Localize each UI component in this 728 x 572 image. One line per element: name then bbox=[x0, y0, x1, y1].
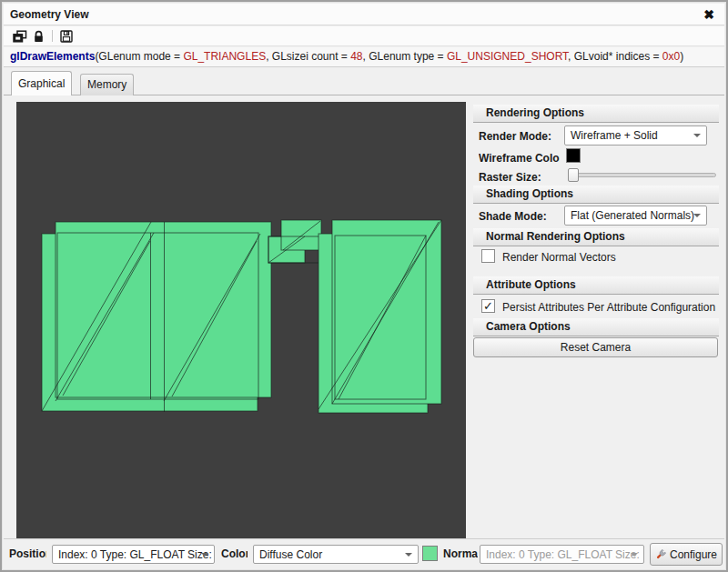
gl-function-name: glDrawElements bbox=[10, 50, 95, 63]
attribute-options-header: Attribute Options bbox=[473, 276, 719, 295]
chevron-down-icon bbox=[693, 214, 701, 217]
tab-bar: Graphical Memory bbox=[4, 68, 724, 95]
cascade-windows-icon bbox=[13, 30, 27, 43]
attribute-bar: Position Index: 0 Type: GL_FLOAT Size: C… bbox=[4, 538, 724, 568]
gl-call-value: 48 bbox=[350, 50, 362, 63]
gl-call-text: (GLenum mode = bbox=[95, 50, 183, 63]
normal-attribute-label: Normal bbox=[443, 547, 478, 560]
gl-call-value: GL_TRIANGLES bbox=[183, 50, 266, 63]
gl-call-value: 0x0 bbox=[662, 50, 680, 63]
gl-call-line: glDrawElements(GLenum mode = GL_TRIANGLE… bbox=[4, 47, 724, 67]
configure-button-label: Configure bbox=[670, 548, 717, 561]
gl-call-text: ) bbox=[680, 50, 683, 63]
title-bar: Geometry View ✖ bbox=[4, 4, 724, 25]
color-attribute-label: Color bbox=[221, 547, 248, 560]
gl-call-text: , GLenum type = bbox=[363, 50, 447, 63]
render-mode-label: Render Mode: bbox=[479, 130, 551, 143]
raster-size-slider[interactable] bbox=[568, 173, 716, 177]
raster-size-label: Raster Size: bbox=[479, 171, 541, 184]
toolbar-separator bbox=[52, 30, 53, 42]
tab-memory[interactable]: Memory bbox=[80, 74, 134, 95]
gl-call-text: , GLsizei count = bbox=[266, 50, 350, 63]
detach-window-button[interactable] bbox=[11, 28, 29, 45]
render-mode-value: Wireframe + Solid bbox=[571, 129, 658, 142]
checkmark-icon: ✓ bbox=[483, 299, 493, 313]
reset-camera-button[interactable]: Reset Camera bbox=[473, 337, 718, 357]
toolbar bbox=[4, 26, 724, 46]
wireframe-color-label: Wireframe Color: bbox=[479, 152, 560, 165]
options-panel: Rendering Options Render Mode: Wireframe… bbox=[473, 102, 719, 538]
geometry-left-slab bbox=[42, 222, 271, 412]
geometry-view-window: Geometry View ✖ bbox=[0, 0, 728, 572]
normal-rendering-options-header: Normal Rendering Options bbox=[473, 228, 719, 246]
render-mode-select[interactable]: Wireframe + Solid bbox=[564, 125, 707, 146]
geometry-small-slab bbox=[268, 220, 322, 263]
shade-mode-label: Shade Mode: bbox=[479, 210, 547, 223]
chevron-down-icon bbox=[693, 134, 701, 137]
normal-attribute-value: Index: 0 Type: GL_FLOAT Size: bbox=[486, 548, 640, 561]
color-attribute-value: Diffuse Color bbox=[259, 548, 322, 561]
chevron-down-icon bbox=[201, 553, 208, 557]
chevron-down-icon bbox=[631, 553, 638, 557]
lock-button[interactable] bbox=[29, 28, 47, 45]
save-button[interactable] bbox=[57, 28, 76, 45]
wireframe-color-swatch[interactable] bbox=[566, 148, 581, 163]
shade-mode-value: Flat (Generated Normals) bbox=[571, 209, 694, 222]
color-attribute-select[interactable]: Diffuse Color bbox=[253, 545, 419, 564]
close-button[interactable]: ✖ bbox=[700, 5, 718, 24]
render-normal-vectors-checkbox[interactable] bbox=[481, 249, 495, 263]
geometry-wireframe-svg bbox=[16, 102, 466, 538]
persist-attributes-checkbox[interactable]: ✓ bbox=[481, 299, 495, 313]
tab-graphical[interactable]: Graphical bbox=[11, 71, 72, 95]
geometry-right-slab bbox=[318, 220, 441, 413]
position-attribute-value: Index: 0 Type: GL_FLOAT Size: bbox=[58, 548, 212, 561]
shading-options-header: Shading Options bbox=[473, 186, 719, 204]
position-attribute-select[interactable]: Index: 0 Type: GL_FLOAT Size: bbox=[52, 545, 215, 564]
camera-options-header: Camera Options bbox=[473, 318, 719, 336]
lock-icon bbox=[33, 30, 45, 43]
window-title: Geometry View bbox=[10, 8, 88, 21]
rendering-options-header: Rendering Options bbox=[473, 105, 719, 123]
normal-attribute-select[interactable]: Index: 0 Type: GL_FLOAT Size: bbox=[480, 545, 644, 564]
chevron-down-icon bbox=[405, 553, 412, 557]
persist-attributes-label: Persist Attributes Per Attribute Configu… bbox=[502, 301, 715, 314]
configure-button[interactable]: Configure bbox=[650, 543, 723, 566]
gl-call-text: , GLvoid* indices = bbox=[568, 50, 662, 63]
close-icon: ✖ bbox=[703, 7, 714, 22]
color-attribute-swatch bbox=[422, 546, 438, 561]
save-icon bbox=[60, 30, 73, 43]
raster-size-slider-handle[interactable] bbox=[568, 168, 579, 182]
position-attribute-label: Position bbox=[9, 547, 46, 560]
gl-call-value: GL_UNSIGNED_SHORT bbox=[447, 50, 568, 63]
geometry-canvas[interactable] bbox=[16, 102, 466, 538]
shade-mode-select[interactable]: Flat (Generated Normals) bbox=[564, 206, 707, 226]
render-normal-vectors-label: Render Normal Vectors bbox=[502, 251, 616, 264]
wrench-icon bbox=[655, 547, 666, 562]
